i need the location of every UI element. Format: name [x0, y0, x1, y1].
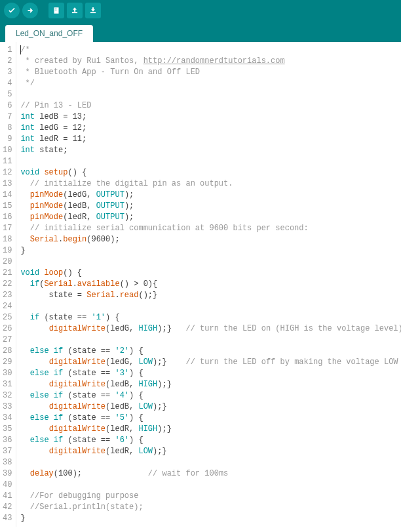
code-line[interactable]: delay(100); // wait for 100ms — [20, 468, 401, 480]
upload-button[interactable] — [22, 3, 38, 18]
line-number: 40 — [3, 480, 12, 491]
code-line[interactable]: else if (state == '5') { — [20, 413, 401, 424]
code-area[interactable]: /* * created by Rui Santos, http://rando… — [16, 42, 401, 527]
arrow-right-icon — [26, 6, 35, 15]
code-line[interactable]: int state; — [20, 145, 401, 156]
open-button[interactable] — [67, 3, 83, 18]
code-line[interactable]: if(Serial.available() > 0){ — [20, 279, 401, 290]
arrow-up-icon — [70, 6, 79, 15]
save-button[interactable] — [85, 3, 101, 18]
check-icon — [7, 6, 16, 15]
line-number: 37 — [3, 446, 12, 457]
line-number: 35 — [3, 424, 12, 435]
line-number: 13 — [3, 178, 12, 190]
new-button[interactable] — [48, 3, 64, 18]
code-line[interactable]: digitalWrite(ledG, LOW);} // turn the LE… — [20, 357, 401, 368]
code-line[interactable]: pinMode(ledG, OUTPUT); — [20, 190, 401, 201]
line-number: 9 — [3, 134, 12, 145]
line-number: 32 — [3, 390, 12, 401]
code-line[interactable]: digitalWrite(ledG, HIGH);} // turn the L… — [20, 323, 401, 335]
line-number: 14 — [3, 190, 12, 201]
code-line[interactable]: //Serial.println(state); — [20, 502, 401, 513]
line-number: 41 — [3, 491, 12, 502]
code-line[interactable]: void setup() { — [20, 167, 401, 178]
line-number: 28 — [3, 346, 12, 357]
code-line[interactable] — [20, 335, 401, 346]
code-line[interactable]: /* — [20, 45, 401, 56]
line-number: 25 — [3, 312, 12, 323]
verify-button[interactable] — [4, 3, 20, 18]
code-line[interactable]: digitalWrite(ledB, HIGH);} — [20, 379, 401, 390]
code-line[interactable]: if (state == '1') { — [20, 312, 401, 323]
line-number: 19 — [3, 245, 12, 256]
code-line[interactable]: int ledB = 13; — [20, 112, 401, 123]
line-number: 43 — [3, 513, 12, 524]
line-number: 38 — [3, 457, 12, 468]
code-line[interactable]: // initialize serial communication at 96… — [20, 223, 401, 234]
svg-rect-2 — [55, 10, 57, 10]
code-line[interactable] — [20, 480, 401, 491]
line-number: 8 — [3, 123, 12, 134]
line-number: 42 — [3, 502, 12, 513]
code-line[interactable] — [20, 301, 401, 312]
line-number: 12 — [3, 167, 12, 178]
code-line[interactable]: digitalWrite(ledR, HIGH);} — [20, 424, 401, 435]
line-number: 18 — [3, 234, 12, 245]
code-line[interactable]: state = Serial.read();} — [20, 290, 401, 301]
code-line[interactable]: Serial.begin(9600); — [20, 234, 401, 245]
code-line[interactable]: else if (state == '6') { — [20, 435, 401, 446]
code-line[interactable]: void loop() { — [20, 268, 401, 279]
code-line[interactable] — [20, 457, 401, 468]
svg-rect-0 — [54, 7, 59, 13]
line-number: 5 — [3, 89, 12, 100]
tab-active[interactable]: Led_ON_and_OFF — [5, 25, 93, 42]
line-number: 29 — [3, 357, 12, 368]
code-line[interactable]: } — [20, 245, 401, 256]
line-number: 3 — [3, 67, 12, 78]
arrow-down-icon — [88, 6, 98, 15]
code-line[interactable]: pinMode(ledB, OUTPUT); — [20, 201, 401, 212]
line-number: 16 — [3, 212, 12, 223]
code-line[interactable]: digitalWrite(ledR, LOW);} — [20, 446, 401, 457]
file-icon — [52, 6, 61, 15]
code-line[interactable]: int ledR = 11; — [20, 134, 401, 145]
line-number: 39 — [3, 468, 12, 480]
line-number: 20 — [3, 256, 12, 268]
svg-rect-3 — [72, 12, 77, 13]
code-line[interactable] — [20, 256, 401, 268]
toolbar — [0, 0, 401, 21]
code-line[interactable]: // initialize the digital pin as an outp… — [20, 178, 401, 190]
code-line[interactable]: else if (state == '4') { — [20, 390, 401, 401]
code-line[interactable]: else if (state == '2') { — [20, 346, 401, 357]
code-line[interactable]: * created by Rui Santos, http://randomne… — [20, 56, 401, 67]
line-number: 4 — [3, 78, 12, 89]
line-number: 10 — [3, 145, 12, 156]
code-line[interactable]: // Pin 13 - LED — [20, 100, 401, 112]
code-line[interactable]: else if (state == '3') { — [20, 368, 401, 379]
line-number: 27 — [3, 335, 12, 346]
line-number: 33 — [3, 401, 12, 413]
code-line[interactable] — [20, 156, 401, 167]
line-number: 7 — [3, 112, 12, 123]
code-line[interactable]: digitalWrite(ledB, LOW);} — [20, 401, 401, 413]
code-line[interactable]: //For debugging purpose — [20, 491, 401, 502]
line-number: 30 — [3, 368, 12, 379]
line-number: 1 — [3, 45, 12, 56]
code-line[interactable]: } — [20, 513, 401, 524]
line-number: 21 — [3, 268, 12, 279]
line-number: 2 — [3, 56, 12, 67]
line-number: 26 — [3, 323, 12, 335]
svg-rect-4 — [90, 12, 96, 13]
code-editor[interactable]: 1234567891011121314151617181920212223242… — [0, 42, 401, 527]
code-line[interactable]: */ — [20, 78, 401, 89]
line-number: 23 — [3, 290, 12, 301]
line-number: 15 — [3, 201, 12, 212]
line-number: 22 — [3, 279, 12, 290]
line-gutter: 1234567891011121314151617181920212223242… — [0, 42, 16, 527]
tab-bar: Led_ON_and_OFF — [0, 21, 401, 42]
code-line[interactable]: pinMode(ledR, OUTPUT); — [20, 212, 401, 223]
line-number: 11 — [3, 156, 12, 167]
code-line[interactable] — [20, 89, 401, 100]
code-line[interactable]: int ledG = 12; — [20, 123, 401, 134]
code-line[interactable]: * Bluetooth App - Turn On and Off LED — [20, 67, 401, 78]
